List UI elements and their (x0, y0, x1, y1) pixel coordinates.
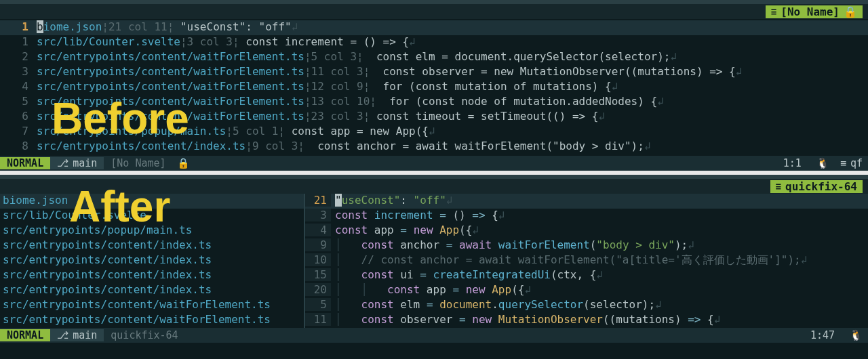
quickfix-row[interactable]: 1biome.json¦21 col 11¦ "useConst": "off"… (0, 20, 868, 35)
quickfix-row[interactable]: 2src/entrypoints/content/waitForElement.… (0, 50, 868, 65)
file-list-item[interactable]: src/entrypoints/content/index.ts (0, 283, 304, 298)
statusline-before: NORMAL ⎇ main [No Name] 🔒 1:1 🐧 ≡ qf (0, 156, 868, 171)
quickfix-row[interactable]: 3src/entrypoints/content/waitForElement.… (0, 65, 868, 80)
quickfix-row[interactable]: 1src/lib/Counter.svelte¦3 col 3¦ const i… (0, 35, 868, 50)
file-list-item[interactable]: src/entrypoints/content/waitForElement.t… (0, 313, 304, 328)
tab-label: [No Name] (781, 5, 840, 18)
preview-line: 20│ │ const app = new App({↲ (305, 283, 868, 298)
preview-line: 9│ const anchor = await waitForElement("… (305, 238, 868, 253)
linux-icon: 🐧 (844, 329, 868, 341)
buffer-name: [No Name] (104, 157, 172, 169)
linux-icon: 🐧 (811, 157, 835, 169)
branch-icon: ⎇ (57, 329, 68, 341)
tab-label: quickfix-64 (785, 180, 857, 193)
filetype: ≡ qf (835, 157, 868, 169)
git-branch: ⎇ main (50, 329, 104, 341)
lock-icon: 🔒 (844, 5, 857, 18)
quickfix-row[interactable]: 8src/entrypoints/content/index.ts¦9 col … (0, 140, 868, 154)
file-list-item[interactable]: src/entrypoints/popup/main.ts (0, 224, 304, 238)
mode-indicator: NORMAL (0, 329, 50, 341)
preview-line: 15│ const ui = createIntegratedUi(ctx, {… (305, 268, 868, 283)
preview-line: 5│ const elm = document.querySelector(se… (305, 298, 868, 313)
file-list-item[interactable]: src/entrypoints/content/index.ts (0, 253, 304, 268)
cursor-position: 1:47 (801, 329, 844, 341)
quickfix-list-before[interactable]: 1biome.json¦21 col 11¦ "useConst": "off"… (0, 19, 868, 156)
branch-icon: ⎇ (57, 157, 68, 169)
file-list-item[interactable]: biome.json (0, 194, 304, 209)
file-list-item[interactable]: src/lib/Counter.svelte (0, 209, 304, 224)
mode-indicator: NORMAL (0, 157, 50, 169)
preview-pane[interactable]: 21"useConst": "off"↲3const increment = (… (304, 194, 868, 328)
list-icon: ≡ (840, 157, 846, 169)
list-icon: ≡ (771, 6, 776, 17)
file-list-item[interactable]: src/entrypoints/content/index.ts (0, 238, 304, 253)
preview-line: 11│ const observer = new MutationObserve… (305, 313, 868, 328)
tabline-after: ≡ quickfix-64 (0, 179, 868, 194)
list-icon: ≡ (776, 181, 781, 192)
after-pane: After ≡ quickfix-64 biome.jsonsrc/lib/Co… (0, 179, 868, 343)
preview-line: 10│ // const anchor = await waitForEleme… (305, 253, 868, 268)
tabline-before: ≡ [No Name] 🔒 (0, 4, 868, 19)
buffer-name: quickfix-64 (104, 329, 184, 341)
statusline-after: NORMAL ⎇ main quickfix-64 1:47 🐧 (0, 328, 868, 343)
cursor-position: 1:1 (774, 157, 811, 169)
preview-line: 4const app = new App({↲ (305, 224, 868, 238)
quickfix-row[interactable]: 4src/entrypoints/content/waitForElement.… (0, 80, 868, 95)
tab-noname[interactable]: ≡ [No Name] 🔒 (766, 5, 863, 18)
preview-line: 21"useConst": "off"↲ (305, 194, 868, 209)
file-list-item[interactable]: src/entrypoints/content/waitForElement.t… (0, 298, 304, 313)
preview-line: 3const increment = () => {↲ (305, 209, 868, 224)
before-pane: Before ≡ [No Name] 🔒 1biome.json¦21 col … (0, 4, 868, 171)
file-list-pane[interactable]: biome.jsonsrc/lib/Counter.sveltesrc/entr… (0, 194, 304, 328)
quickfix-row[interactable]: 6src/entrypoints/content/waitForElement.… (0, 110, 868, 125)
quickfix-row[interactable]: 7src/entrypoints/popup/main.ts¦5 col 1¦ … (0, 125, 868, 140)
git-branch: ⎇ main (50, 157, 104, 169)
quickfix-row[interactable]: 5src/entrypoints/content/waitForElement.… (0, 95, 868, 110)
lock-icon: 🔒 (173, 157, 194, 169)
file-list-item[interactable]: src/entrypoints/content/index.ts (0, 268, 304, 283)
tab-quickfix[interactable]: ≡ quickfix-64 (770, 180, 863, 193)
